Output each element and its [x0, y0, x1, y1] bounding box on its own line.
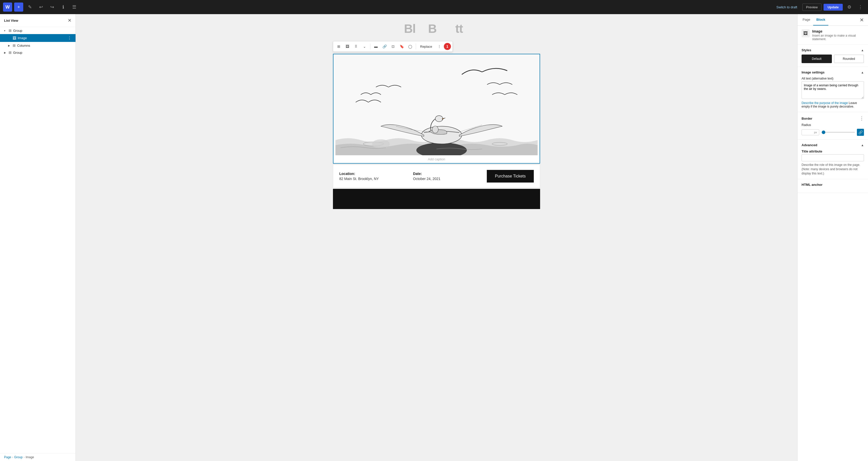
undo-button[interactable]: ↩	[36, 2, 45, 11]
update-button[interactable]: Update	[824, 4, 843, 10]
svg-point-3	[422, 126, 462, 144]
svg-point-5	[432, 126, 438, 133]
main-editor: Bl B tt ⊞ 🖼 ⠿ ⌄ ▬ 🔗 ⊡ 🔖 ◯ Replace ⋮	[76, 14, 797, 461]
chevron-down-icon: ▾	[4, 29, 7, 32]
styles-header[interactable]: Styles ▲	[802, 48, 864, 52]
image-placeholder	[334, 54, 539, 155]
alt-text-input[interactable]: Image of a woman being carried through t…	[802, 81, 864, 99]
duotone-button[interactable]: ◯	[406, 42, 414, 51]
sidebar-item-group-1[interactable]: ▾ ⊞ Group	[0, 27, 75, 34]
chevron-right-icon: ▶	[8, 44, 11, 47]
settings-button[interactable]: ⚙	[845, 2, 854, 11]
block-info: 🖼 Image Insert an image to make a visual…	[798, 26, 868, 45]
heading-placeholder: Bl B tt	[333, 19, 540, 38]
panel-close-button[interactable]: ✕	[858, 14, 866, 26]
sidebar-close-button[interactable]: ✕	[68, 18, 71, 23]
border-section: Border ⋮ Radius px 🔗	[798, 112, 868, 140]
purchase-tickets-button[interactable]: Purchase Tickets	[487, 170, 534, 183]
black-bar	[333, 189, 540, 209]
sidebar-item-group-2[interactable]: ▶ ⊞ Group	[0, 49, 75, 56]
bookmark-button[interactable]: 🔖	[398, 42, 406, 51]
topbar: W + ✎ ↩ ↪ ℹ ☰ Switch to draft Preview Up…	[0, 0, 868, 14]
block-image-icon: 🖼	[802, 29, 810, 37]
image-settings-section: Image settings ▲ Alt text (alternative t…	[798, 67, 868, 112]
breadcrumb-group[interactable]: Group	[14, 456, 23, 459]
more-options-button[interactable]: ⋮	[856, 2, 865, 11]
preview-button[interactable]: Preview	[802, 3, 822, 11]
move-button[interactable]: ⌄	[361, 42, 369, 51]
border-header: Border ⋮	[802, 116, 864, 121]
radius-value-input[interactable]	[804, 131, 814, 134]
wp-logo: W	[3, 2, 12, 11]
radius-label: Radius	[802, 123, 864, 127]
divider	[370, 43, 370, 50]
breadcrumb: Page › Group › Image	[0, 453, 75, 461]
radius-link-button[interactable]: 🔗	[857, 129, 864, 136]
styles-section: Styles ▲ Default Rounded	[798, 45, 868, 67]
border-label: Border	[802, 117, 812, 121]
sidebar-item-image[interactable]: 🖼 Image ⋮	[0, 34, 75, 42]
image-icon: 🖼	[12, 36, 16, 40]
date-label: Date:	[413, 172, 482, 176]
location-label: Location:	[339, 172, 408, 176]
sidebar-item-columns[interactable]: ▶ ⊞ Columns	[0, 42, 75, 49]
crop-button[interactable]: ⊡	[389, 42, 397, 51]
border-options-button[interactable]: ⋮	[860, 116, 864, 121]
advanced-header[interactable]: Advanced ▲	[802, 143, 864, 147]
title-attr-label: Title attribute	[802, 150, 864, 153]
badge: 1	[444, 43, 451, 50]
switch-draft-button[interactable]: Switch to draft	[773, 4, 800, 10]
block-more-button[interactable]: ⋮	[435, 42, 443, 51]
breadcrumb-page[interactable]: Page	[4, 456, 11, 459]
sidebar-title: List View	[4, 19, 18, 23]
edit-button[interactable]: ✎	[25, 2, 34, 11]
image-caption[interactable]: Add caption	[334, 155, 539, 163]
style-default[interactable]: Default	[802, 55, 832, 63]
style-rounded[interactable]: Rounded	[834, 55, 864, 63]
columns-icon: ⊞	[12, 43, 16, 47]
add-block-button[interactable]: +	[14, 2, 23, 11]
alt-text-label: Alt text (alternative text)	[802, 77, 864, 80]
info-button[interactable]: ℹ	[59, 2, 68, 11]
image-block[interactable]: Add caption	[333, 54, 540, 164]
content-row: Location: 82 Main St. Brooklyn, NY Date:…	[333, 165, 540, 188]
redo-button[interactable]: ↪	[48, 2, 57, 11]
transform-button[interactable]: ▬	[372, 42, 380, 51]
block-toolbar: ⊞ 🖼 ⠿ ⌄ ▬ 🔗 ⊡ 🔖 ◯ Replace ⋮ 1	[333, 41, 453, 52]
radius-slider[interactable]	[821, 132, 855, 133]
svg-point-6	[372, 139, 390, 149]
replace-button[interactable]: Replace	[417, 44, 435, 50]
sidebar-header: List View ✕	[0, 14, 75, 27]
radius-input-wrapper: px	[802, 129, 819, 135]
tab-page[interactable]: Page	[800, 14, 813, 26]
divider	[416, 43, 416, 50]
link-button[interactable]: 🔗	[380, 42, 389, 51]
list-view-sidebar: List View ✕ ▾ ⊞ Group 🖼 Image ⋮ ▶ ⊞ Colu…	[0, 14, 76, 461]
block-desc: Insert an image to make a visual stateme…	[812, 34, 864, 41]
location-col: Location: 82 Main St. Brooklyn, NY	[339, 172, 408, 181]
styles-row: Default Rounded	[802, 55, 864, 63]
radius-row: px 🔗	[802, 129, 864, 136]
html-anchor-header[interactable]: HTML anchor	[802, 183, 864, 187]
radius-unit: px	[814, 131, 817, 134]
group-icon: ⊞	[8, 51, 11, 55]
copy-block-button[interactable]: ⊞	[335, 42, 343, 51]
date-col: Date: October 24, 2021	[413, 172, 482, 181]
image-settings-header[interactable]: Image settings ▲	[802, 70, 864, 74]
html-anchor-section: HTML anchor	[798, 179, 868, 193]
chevron-up-icon: ▲	[861, 48, 864, 52]
alt-link[interactable]: Describe the purpose of the image	[802, 101, 849, 105]
image-type-button[interactable]: 🖼	[343, 42, 351, 51]
drag-handle[interactable]: ⠿	[352, 42, 360, 51]
location-value: 82 Main St. Brooklyn, NY	[339, 177, 408, 181]
list-view-button[interactable]: ☰	[70, 2, 79, 11]
date-value: October 24, 2021	[413, 177, 482, 181]
breadcrumb-image: Image	[26, 456, 34, 459]
right-panel: Page Block ✕ 🖼 Image Insert an image to …	[797, 14, 868, 461]
group-icon: ⊞	[8, 29, 11, 33]
chevron-up-icon: ▲	[861, 71, 864, 74]
title-attr-input[interactable]	[802, 154, 864, 161]
advanced-section: Advanced ▲ Title attribute Describe the …	[798, 140, 868, 179]
svg-point-4	[435, 116, 443, 122]
tab-block[interactable]: Block	[813, 14, 828, 26]
